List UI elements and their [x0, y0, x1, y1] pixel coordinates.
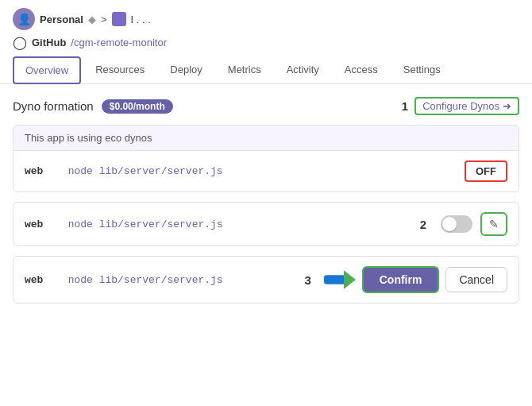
configure-dynos-link[interactable]: Configure Dynos ➜: [414, 97, 519, 115]
dyno-command-1: web node lib/server/server.js: [25, 165, 223, 177]
web-label-2: web: [25, 218, 43, 230]
tab-access[interactable]: Access: [333, 57, 389, 83]
edit-button[interactable]: ✎: [480, 212, 507, 236]
chevron-icon: ◆: [88, 14, 96, 25]
step-1-number: 1: [402, 99, 408, 113]
command-text-3: node lib/server/server.js: [68, 274, 223, 286]
row-3-controls: 3 Confirm Cancel: [304, 266, 507, 293]
avatar: 👤: [13, 8, 35, 30]
github-path[interactable]: /cgm-remote-monitor: [71, 37, 167, 48]
eco-dynos-banner: This app is using eco dynos: [13, 126, 519, 151]
dyno-formation-label: Dyno formation: [13, 99, 94, 113]
dyno-row-2: web node lib/server/server.js 2 ✎: [13, 203, 519, 246]
dyno-row-3: web node lib/server/server.js 3 Confirm …: [13, 257, 519, 303]
command-text-1: node lib/server/server.js: [68, 165, 223, 177]
arrow-right-icon: ➜: [503, 100, 511, 112]
main-content: Dyno formation $0.00/month 1 Configure D…: [0, 84, 532, 326]
repo-icon: [112, 12, 126, 26]
svg-marker-1: [344, 270, 356, 288]
github-label: GitHub: [32, 37, 66, 48]
tab-deploy[interactable]: Deploy: [159, 57, 213, 83]
step-3-number: 3: [304, 273, 310, 287]
breadcrumb-chevron: >: [101, 14, 107, 25]
github-logo-icon: ◯: [13, 35, 27, 50]
cancel-button[interactable]: Cancel: [445, 267, 507, 292]
dyno-row-1: web node lib/server/server.js OFF: [13, 151, 519, 191]
dyno-title: Dyno formation $0.00/month: [13, 99, 173, 114]
row-2-controls: 2 ✎: [420, 212, 507, 236]
confirm-arrow-icon: [324, 267, 356, 292]
repo-name: I . . .: [131, 14, 151, 25]
org-name[interactable]: Personal: [40, 14, 83, 25]
toggle-knob: [442, 217, 457, 231]
dyno-toggle[interactable]: [441, 215, 472, 233]
eco-dynos-text: This app is using eco dynos: [25, 132, 152, 144]
configure-dynos-label: Configure Dynos: [422, 100, 499, 112]
breadcrumb: 👤 Personal ◆ > I . . .: [0, 0, 532, 33]
dyno-header: Dyno formation $0.00/month 1 Configure D…: [13, 97, 519, 115]
tab-settings[interactable]: Settings: [392, 57, 452, 83]
tab-resources[interactable]: Resources: [84, 57, 156, 83]
dyno-card-2: web node lib/server/server.js 2 ✎: [13, 202, 519, 246]
dyno-card-1: This app is using eco dynos web node lib…: [13, 125, 519, 192]
dyno-command-2: web node lib/server/server.js: [25, 218, 223, 230]
command-text-2: node lib/server/server.js: [68, 218, 223, 230]
svg-rect-0: [324, 275, 345, 284]
step-2-number: 2: [420, 218, 426, 231]
dyno-header-right: 1 Configure Dynos ➜: [402, 97, 519, 115]
tab-activity[interactable]: Activity: [276, 57, 330, 83]
tab-overview[interactable]: Overview: [13, 56, 81, 84]
github-line: ◯ GitHub /cgm-remote-monitor: [0, 33, 532, 56]
tab-navigation: Overview Resources Deploy Metrics Activi…: [0, 56, 532, 84]
confirm-button[interactable]: Confirm: [362, 266, 440, 293]
web-label-3: web: [25, 274, 43, 286]
web-label-1: web: [25, 165, 43, 177]
tab-metrics[interactable]: Metrics: [217, 57, 272, 83]
dyno-command-3: web node lib/server/server.js: [25, 274, 223, 286]
off-button[interactable]: OFF: [465, 160, 507, 182]
price-badge: $0.00/month: [102, 99, 173, 114]
pencil-icon: ✎: [489, 218, 499, 230]
dyno-card-3: web node lib/server/server.js 3 Confirm …: [13, 256, 519, 304]
